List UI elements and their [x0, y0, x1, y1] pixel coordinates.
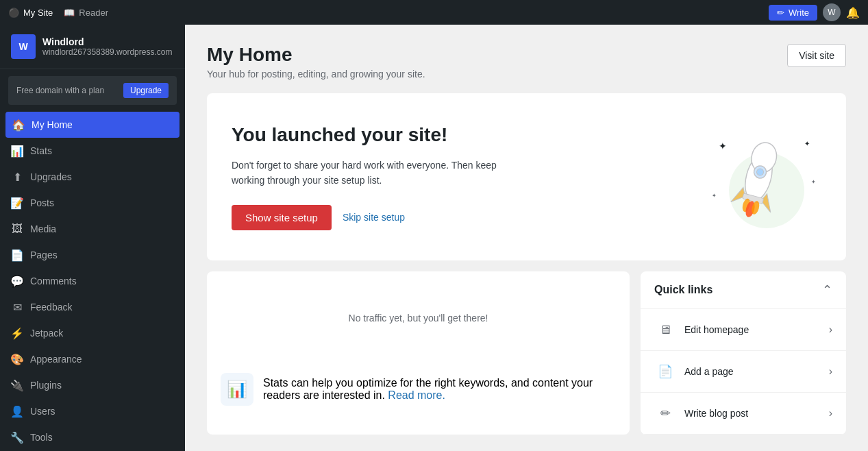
user-avatar[interactable]: W [823, 3, 841, 21]
site-name: Windlord [42, 36, 172, 47]
comments-icon: 💬 [11, 275, 23, 287]
content-area: My Home Your hub for posting, editing, a… [185, 25, 868, 451]
add-page-icon: 📄 [654, 361, 676, 382]
launch-description: Don't forget to share your hard work wit… [232, 158, 519, 188]
sidebar-item-posts[interactable]: 📝 Posts [0, 190, 185, 216]
launch-title: You launched your site! [232, 123, 698, 147]
quick-link-write-blog[interactable]: ✏ Write blog post › [641, 393, 846, 435]
sidebar-item-users[interactable]: 👤 Users [0, 398, 185, 424]
upgrades-icon: ⬆ [11, 171, 23, 183]
topbar-reader[interactable]: 📖 Reader [64, 8, 108, 18]
sidebar-item-posts-label: Posts [30, 197, 54, 208]
write-button[interactable]: ✏ Write [769, 5, 817, 21]
rocket-svg: ✦ ✦ ✦ ✦ [698, 115, 821, 239]
write-blog-arrow-icon: › [829, 407, 832, 419]
rocket-illustration: ✦ ✦ ✦ ✦ [698, 115, 821, 239]
stats-icon: 📊 [11, 145, 23, 157]
sidebar-item-comments-label: Comments [30, 276, 77, 287]
main-layout: W Windlord windlord267358389.wordpress.c… [0, 25, 868, 451]
launch-content: You launched your site! Don't forget to … [232, 123, 698, 230]
sidebar-item-tools-label: Tools [30, 432, 53, 443]
feedback-icon: ✉ [11, 301, 23, 313]
quick-links-header: Quick links ⌃ [641, 271, 846, 309]
read-more-link[interactable]: Read more. [388, 389, 445, 401]
edit-homepage-icon: 🖥 [654, 319, 676, 341]
wp-logo-icon: ⚫ [8, 8, 19, 18]
sidebar-item-myhome-label: My Home [32, 119, 73, 130]
add-page-label: Add a page [684, 366, 829, 377]
quick-links-collapse-icon[interactable]: ⌃ [822, 282, 832, 297]
jetpack-icon: ⚡ [11, 327, 23, 339]
notifications-icon[interactable]: 🔔 [846, 6, 860, 19]
launch-card: You launched your site! Don't forget to … [207, 93, 846, 260]
show-site-setup-button[interactable]: Show site setup [232, 205, 332, 230]
sidebar-item-tools[interactable]: 🔧 Tools [0, 424, 185, 450]
write-blog-label: Write blog post [684, 408, 829, 419]
site-url: windlord267358389.wordpress.com [42, 47, 172, 57]
edit-homepage-arrow-icon: › [829, 324, 832, 336]
sidebar-item-myhome[interactable]: 🏠 My Home [5, 112, 179, 138]
topbar-mysite[interactable]: ⚫ My Site [8, 8, 53, 18]
quick-link-edit-homepage[interactable]: 🖥 Edit homepage › [641, 309, 846, 351]
top-bar-left: ⚫ My Site 📖 Reader [8, 8, 758, 18]
svg-text:✦: ✦ [712, 193, 717, 199]
sidebar-item-plugins-label: Plugins [30, 380, 62, 391]
page-header: My Home Your hub for posting, editing, a… [207, 44, 846, 80]
page-title-area: My Home Your hub for posting, editing, a… [207, 44, 425, 80]
sidebar-item-jetpack-label: Jetpack [30, 328, 63, 339]
quick-link-add-page[interactable]: 📄 Add a page › [641, 351, 846, 393]
launch-actions: Show site setup Skip site setup [232, 205, 698, 230]
sidebar-item-appearance-label: Appearance [30, 354, 82, 365]
pages-icon: 📄 [11, 249, 23, 261]
upgrade-text: Free domain with a plan [16, 86, 104, 95]
page-title: My Home [207, 44, 425, 66]
sidebar-item-feedback[interactable]: ✉ Feedback [0, 294, 185, 320]
skip-site-setup-link[interactable]: Skip site setup [343, 212, 405, 223]
quick-links-title: Quick links [654, 284, 712, 296]
svg-text:✦: ✦ [804, 140, 810, 147]
sidebar-item-pages[interactable]: 📄 Pages [0, 242, 185, 268]
add-page-arrow-icon: › [829, 365, 832, 378]
sidebar-item-stats-label: Stats [30, 145, 52, 156]
sidebar-item-jetpack[interactable]: ⚡ Jetpack [0, 320, 185, 346]
reader-icon: 📖 [64, 8, 75, 18]
svg-text:✦: ✦ [719, 141, 727, 151]
site-details: Windlord windlord267358389.wordpress.com [42, 36, 172, 57]
stats-empty-message: No traffic yet, but you'll get there! [207, 271, 630, 365]
stats-info-area: 📊 Stats can help you optimize for the ri… [207, 365, 630, 414]
upgrade-button[interactable]: Upgrade [123, 83, 169, 98]
bottom-grid: No traffic yet, but you'll get there! 📊 … [207, 271, 846, 435]
sidebar-item-media[interactable]: 🖼 Media [0, 216, 185, 242]
top-bar: ⚫ My Site 📖 Reader ✏ Write W 🔔 [0, 0, 868, 25]
write-label: Write [789, 8, 809, 18]
media-icon: 🖼 [11, 223, 23, 235]
users-icon: 👤 [11, 405, 23, 417]
topbar-reader-label: Reader [79, 8, 108, 18]
site-info: W Windlord windlord267358389.wordpress.c… [0, 25, 185, 69]
myhome-icon: 🏠 [12, 119, 25, 131]
write-icon: ✏ [777, 8, 784, 18]
sidebar-item-media-label: Media [30, 223, 56, 234]
topbar-mysite-label: My Site [23, 8, 53, 18]
sidebar-item-appearance[interactable]: 🎨 Appearance [0, 346, 185, 372]
appearance-icon: 🎨 [11, 353, 23, 365]
sidebar-item-feedback-label: Feedback [30, 302, 72, 313]
sidebar-item-pages-label: Pages [30, 249, 58, 260]
tools-icon: 🔧 [11, 431, 23, 443]
sidebar-nav: 🏠 My Home 📊 Stats ⬆ Upgrades 📝 Posts 🖼 M… [0, 112, 185, 451]
sidebar: W Windlord windlord267358389.wordpress.c… [0, 25, 185, 451]
sidebar-item-plugins[interactable]: 🔌 Plugins [0, 372, 185, 398]
plugins-icon: 🔌 [11, 379, 23, 391]
top-bar-right: ✏ Write W 🔔 [769, 3, 860, 21]
quick-links-card: Quick links ⌃ 🖥 Edit homepage › 📄 Add a … [641, 271, 846, 435]
sidebar-item-upgrades[interactable]: ⬆ Upgrades [0, 164, 185, 190]
sidebar-item-upgrades-label: Upgrades [30, 171, 72, 182]
sidebar-item-stats[interactable]: 📊 Stats [0, 138, 185, 164]
stats-chart-icon: 📊 [221, 373, 253, 406]
page-subtitle: Your hub for posting, editing, and growi… [207, 69, 425, 80]
visit-site-button[interactable]: Visit site [787, 44, 846, 67]
sidebar-item-comments[interactable]: 💬 Comments [0, 268, 185, 294]
stats-description-area: Stats can help you optimize for the righ… [263, 377, 616, 402]
write-blog-icon: ✏ [654, 402, 676, 424]
posts-icon: 📝 [11, 197, 23, 209]
